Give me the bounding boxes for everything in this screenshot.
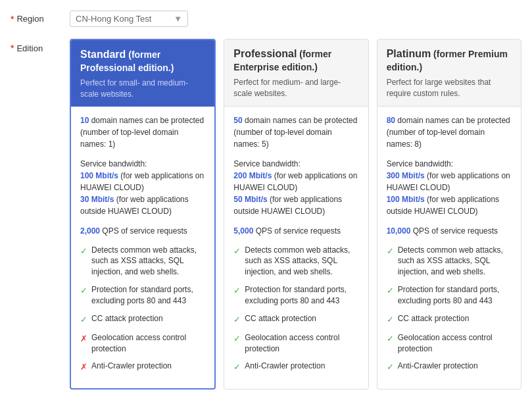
edition-name-platinum: Platinum: [387, 48, 431, 59]
check-item-platinum-2: ✓CC attack protection: [387, 313, 512, 326]
edition-card-platinum[interactable]: Platinum (former Premium edition.)Perfec…: [377, 39, 521, 390]
edition-label: * Edition: [11, 43, 70, 53]
domains-text-standard: domain names can be protected (number of…: [80, 116, 204, 149]
card-qps-professional: 5,000 QPS of service requests: [233, 225, 358, 237]
qps-text-standard: QPS of service requests: [100, 226, 187, 236]
check-icon-checkmark-platinum-3: ✓: [387, 333, 394, 345]
card-subtitle-professional: Perfect for medium- and large-scale webs…: [233, 77, 358, 99]
check-item-professional-1: ✓Protection for standard ports, excludin…: [233, 284, 358, 307]
card-domains-standard: 10 domain names can be protected (number…: [80, 114, 205, 150]
qps-highlight-platinum: 10,000: [387, 226, 411, 236]
check-icon-checkmark-professional-0: ✓: [233, 245, 241, 257]
domains-highlight-professional: 50: [233, 116, 242, 125]
check-item-professional-0: ✓Detects common web attacks, such as XSS…: [233, 245, 358, 278]
check-icon-checkmark-professional-4: ✓: [233, 361, 241, 373]
check-item-professional-4: ✓Anti-Crawler protection: [233, 361, 358, 373]
check-text-standard-1: Protection for standard ports, excluding…: [91, 284, 205, 307]
check-icon-checkmark-standard-1: ✓: [80, 285, 87, 297]
chevron-down-icon: ▼: [174, 14, 182, 24]
check-item-standard-1: ✓Protection for standard ports, excludin…: [80, 284, 205, 307]
bw-line-highlight-platinum-1: 100 Mbit/s: [387, 195, 425, 204]
card-domains-platinum: 80 domain names can be protected (number…: [387, 114, 512, 150]
check-text-platinum-4: Anti-Crawler protection: [398, 361, 478, 372]
check-text-professional-0: Detects common web attacks, such as XSS …: [245, 245, 358, 278]
card-body-professional: 50 domain names can be protected (number…: [224, 107, 368, 389]
check-text-standard-3: Geolocation access control protection: [91, 332, 205, 355]
check-text-professional-2: CC attack protection: [245, 313, 316, 324]
card-subtitle-platinum: Perfect for large websites that require …: [387, 77, 512, 99]
check-text-standard-0: Detects common web attacks, such as XSS …: [91, 245, 205, 278]
check-icon-checkmark-professional-3: ✓: [233, 333, 241, 345]
check-item-platinum-3: ✓Geolocation access control protection: [387, 332, 512, 355]
card-header-standard: Standard (former Professional edition.)P…: [71, 40, 214, 107]
card-body-standard: 10 domain names can be protected (number…: [71, 107, 214, 388]
qps-text-professional: QPS of service requests: [253, 226, 341, 236]
region-label-text: Region: [16, 14, 43, 24]
check-item-platinum-0: ✓Detects common web attacks, such as XSS…: [387, 245, 512, 278]
check-icon-checkmark-standard-0: ✓: [80, 245, 87, 257]
card-title-standard: Standard (former Professional edition.): [80, 48, 205, 74]
check-text-platinum-0: Detects common web attacks, such as XSS …: [398, 245, 512, 278]
bw-line-highlight-platinum-0: 300 Mbit/s: [387, 171, 425, 180]
card-title-professional: Professional (former Enterprise edition.…: [233, 47, 358, 73]
check-item-platinum-1: ✓Protection for standard ports, excludin…: [387, 284, 512, 307]
check-text-standard-2: CC attack protection: [91, 313, 163, 324]
domains-highlight-platinum: 80: [387, 116, 395, 125]
bandwidth-label-professional: Service bandwidth:: [233, 159, 300, 168]
edition-name-standard: Standard: [80, 49, 126, 60]
card-body-platinum: 80 domain names can be protected (number…: [377, 107, 521, 389]
check-icon-checkmark-standard-2: ✓: [80, 314, 87, 326]
region-value: CN-Hong Kong Test: [76, 14, 151, 24]
check-item-standard-4: ✗Anti-Crawler protection: [80, 361, 205, 373]
check-icon-checkmark-platinum-0: ✓: [387, 245, 394, 257]
card-subtitle-standard: Perfect for small- and medium-scale webs…: [80, 78, 205, 100]
qps-highlight-professional: 5,000: [233, 226, 253, 236]
card-title-platinum: Platinum (former Premium edition.): [387, 47, 512, 73]
edition-card-professional[interactable]: Professional (former Enterprise edition.…: [224, 39, 368, 390]
check-item-standard-0: ✓Detects common web attacks, such as XSS…: [80, 245, 205, 278]
check-icon-cross-standard-4: ✗: [80, 361, 87, 373]
region-required-star: *: [11, 14, 14, 24]
bw-line-highlight-standard-1: 30 Mbit/s: [80, 195, 114, 204]
region-label: * Region: [11, 14, 70, 24]
edition-label-text: Edition: [16, 43, 43, 53]
card-qps-platinum: 10,000 QPS of service requests: [387, 225, 512, 237]
bandwidth-label-standard: Service bandwidth:: [80, 159, 147, 168]
edition-name-professional: Professional: [233, 48, 297, 59]
domains-text-professional: domain names can be protected (number of…: [233, 116, 357, 149]
bw-line-highlight-professional-0: 200 Mbit/s: [233, 171, 272, 180]
bandwidth-label-platinum: Service bandwidth:: [387, 159, 453, 168]
domains-highlight-standard: 10: [80, 116, 89, 125]
check-icon-checkmark-professional-1: ✓: [233, 285, 241, 297]
check-icon-checkmark-professional-2: ✓: [233, 314, 241, 326]
card-bandwidth-standard: Service bandwidth:100 Mbit/s (for web ap…: [80, 158, 205, 217]
check-item-platinum-4: ✓Anti-Crawler protection: [387, 361, 512, 373]
check-text-platinum-1: Protection for standard ports, excluding…: [398, 284, 512, 307]
check-item-standard-2: ✓CC attack protection: [80, 313, 205, 326]
check-item-professional-3: ✓Geolocation access control protection: [233, 332, 358, 355]
bw-line-highlight-standard-0: 100 Mbit/s: [80, 171, 118, 180]
card-bandwidth-professional: Service bandwidth:200 Mbit/s (for web ap…: [233, 158, 358, 217]
card-bandwidth-platinum: Service bandwidth:300 Mbit/s (for web ap…: [387, 158, 512, 217]
edition-label-col: * Edition: [11, 39, 70, 53]
card-domains-professional: 50 domain names can be protected (number…: [233, 114, 358, 150]
check-text-standard-4: Anti-Crawler protection: [91, 361, 172, 372]
qps-text-platinum: QPS of service requests: [410, 226, 498, 236]
region-select[interactable]: CN-Hong Kong Test ▼: [70, 11, 188, 27]
card-header-professional: Professional (former Enterprise edition.…: [224, 39, 368, 107]
check-icon-checkmark-platinum-2: ✓: [387, 314, 394, 326]
check-item-professional-2: ✓CC attack protection: [233, 313, 358, 326]
check-item-standard-3: ✗Geolocation access control protection: [80, 332, 205, 355]
edition-card-standard[interactable]: Standard (former Professional edition.)P…: [70, 39, 216, 390]
check-icon-cross-standard-3: ✗: [80, 333, 87, 345]
check-text-platinum-3: Geolocation access control protection: [398, 332, 512, 355]
domains-text-platinum: domain names can be protected (number of…: [387, 116, 510, 149]
card-header-platinum: Platinum (former Premium edition.)Perfec…: [377, 39, 521, 107]
check-text-professional-3: Geolocation access control protection: [245, 332, 358, 355]
qps-highlight-standard: 2,000: [80, 226, 100, 236]
check-text-professional-1: Protection for standard ports, excluding…: [245, 284, 358, 307]
edition-required-star: *: [11, 43, 14, 53]
check-icon-checkmark-platinum-1: ✓: [387, 285, 394, 297]
card-qps-standard: 2,000 QPS of service requests: [80, 225, 205, 237]
check-text-platinum-2: CC attack protection: [398, 313, 470, 324]
